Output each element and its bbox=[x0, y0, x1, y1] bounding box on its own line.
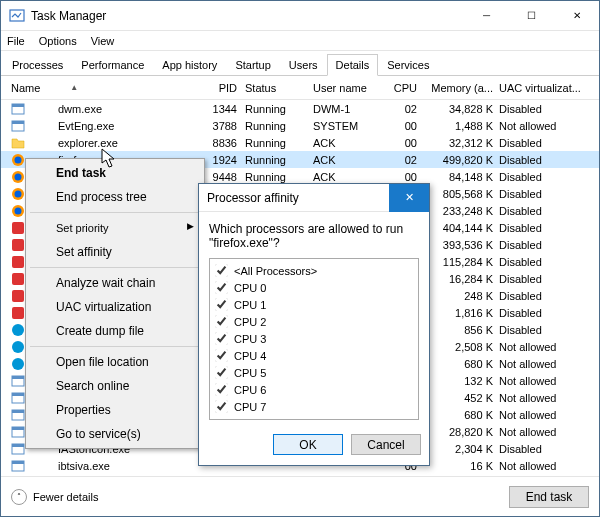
table-row[interactable]: explorer.exe8836RunningACK0032,312 KDisa… bbox=[1, 134, 599, 151]
process-icon bbox=[11, 221, 25, 235]
cell-memory: 2,304 K bbox=[423, 443, 499, 455]
checkbox-cpu4[interactable]: CPU 4 bbox=[213, 347, 415, 364]
ctx-end-tree[interactable]: End process tree bbox=[28, 185, 202, 209]
column-memory[interactable]: Memory (a... bbox=[423, 82, 499, 94]
table-row[interactable]: dwm.exe1344RunningDWM-10234,828 KDisable… bbox=[1, 100, 599, 117]
column-headers: Name▲ PID Status User name CPU Memory (a… bbox=[1, 76, 599, 100]
footer: ˄ Fewer details End task bbox=[1, 476, 599, 516]
fewer-details-toggle[interactable]: ˄ Fewer details bbox=[11, 489, 98, 505]
cpu-list: <All Processors> CPU 0 CPU 1 CPU 2 CPU 3… bbox=[209, 258, 419, 420]
ctx-search-online[interactable]: Search online bbox=[28, 374, 202, 398]
menu-options[interactable]: Options bbox=[39, 35, 77, 47]
process-icon bbox=[11, 289, 25, 303]
checkbox-all[interactable]: <All Processors> bbox=[213, 262, 415, 279]
checkbox-cpu3[interactable]: CPU 3 bbox=[213, 330, 415, 347]
tab-startup[interactable]: Startup bbox=[226, 54, 279, 75]
menubar: File Options View bbox=[1, 31, 599, 51]
svg-point-6 bbox=[15, 156, 22, 163]
dialog-titlebar[interactable]: Processor affinity ✕ bbox=[199, 184, 429, 212]
ctx-goto-services[interactable]: Go to service(s) bbox=[28, 422, 202, 446]
process-icon bbox=[11, 153, 25, 167]
separator bbox=[30, 346, 200, 347]
menu-file[interactable]: File bbox=[7, 35, 25, 47]
cell-uac: Disabled bbox=[499, 273, 591, 285]
cell-cpu: 02 bbox=[385, 103, 423, 115]
cell-memory: 32,312 K bbox=[423, 137, 499, 149]
tab-performance[interactable]: Performance bbox=[72, 54, 153, 75]
tab-services[interactable]: Services bbox=[378, 54, 438, 75]
ctx-analyze-wait[interactable]: Analyze wait chain bbox=[28, 271, 202, 295]
checkbox-cpu7[interactable]: CPU 7 bbox=[213, 398, 415, 415]
checkbox-cpu2[interactable]: CPU 2 bbox=[213, 313, 415, 330]
cell-name: dwm.exe bbox=[58, 103, 102, 115]
close-button[interactable]: ✕ bbox=[554, 1, 599, 31]
column-pid[interactable]: PID bbox=[195, 82, 245, 94]
end-task-button[interactable]: End task bbox=[509, 486, 589, 508]
svg-rect-13 bbox=[12, 222, 24, 234]
window-title: Task Manager bbox=[31, 9, 464, 23]
checkbox-cpu1[interactable]: CPU 1 bbox=[213, 296, 415, 313]
cell-memory: 34,828 K bbox=[423, 103, 499, 115]
checkbox-cpu5[interactable]: CPU 5 bbox=[213, 364, 415, 381]
svg-rect-29 bbox=[12, 427, 24, 430]
column-uac[interactable]: UAC virtualizat... bbox=[499, 82, 591, 94]
process-icon bbox=[11, 306, 25, 320]
cell-uac: Disabled bbox=[499, 154, 591, 166]
cell-name: ibtsiva.exe bbox=[58, 460, 110, 472]
sort-arrow-icon: ▲ bbox=[70, 83, 78, 92]
ctx-set-priority[interactable]: Set priority▶ bbox=[28, 216, 202, 240]
cell-status: Running bbox=[245, 154, 313, 166]
ctx-properties[interactable]: Properties bbox=[28, 398, 202, 422]
separator bbox=[30, 212, 200, 213]
cell-memory: 452 K bbox=[423, 392, 499, 404]
cell-memory: 680 K bbox=[423, 409, 499, 421]
cell-memory: 1,816 K bbox=[423, 307, 499, 319]
cell-memory: 404,144 K bbox=[423, 222, 499, 234]
cell-uac: Disabled bbox=[499, 443, 591, 455]
tab-details[interactable]: Details bbox=[327, 54, 379, 76]
titlebar: Task Manager ─ ☐ ✕ bbox=[1, 1, 599, 31]
checkbox-cpu0[interactable]: CPU 0 bbox=[213, 279, 415, 296]
cell-cpu: 00 bbox=[385, 171, 423, 183]
ctx-end-task[interactable]: End task bbox=[28, 161, 202, 185]
tab-processes[interactable]: Processes bbox=[3, 54, 72, 75]
context-menu: End task End process tree Set priority▶ … bbox=[25, 158, 205, 449]
ctx-set-affinity[interactable]: Set affinity bbox=[28, 240, 202, 264]
cell-uac: Disabled bbox=[499, 290, 591, 302]
dialog-close-button[interactable]: ✕ bbox=[389, 184, 429, 212]
cancel-button[interactable]: Cancel bbox=[351, 434, 421, 455]
cell-memory: 805,568 K bbox=[423, 188, 499, 200]
cell-uac: Disabled bbox=[499, 103, 591, 115]
svg-rect-33 bbox=[12, 461, 24, 464]
process-icon bbox=[11, 408, 25, 422]
cell-memory: 84,148 K bbox=[423, 171, 499, 183]
column-status[interactable]: Status bbox=[245, 82, 313, 94]
checkbox-cpu6[interactable]: CPU 6 bbox=[213, 381, 415, 398]
ctx-open-location[interactable]: Open file location bbox=[28, 350, 202, 374]
svg-rect-27 bbox=[12, 410, 24, 413]
dialog-message: Which processors are allowed to run "fir… bbox=[199, 212, 429, 256]
menu-view[interactable]: View bbox=[91, 35, 115, 47]
tab-users[interactable]: Users bbox=[280, 54, 327, 75]
ok-button[interactable]: OK bbox=[273, 434, 343, 455]
process-icon bbox=[11, 170, 25, 184]
ctx-uac-virt[interactable]: UAC virtualization bbox=[28, 295, 202, 319]
cell-user: ACK bbox=[313, 137, 385, 149]
maximize-button[interactable]: ☐ bbox=[509, 1, 554, 31]
ctx-create-dump[interactable]: Create dump file bbox=[28, 319, 202, 343]
table-row[interactable]: EvtEng.exe3788RunningSYSTEM001,488 KNot … bbox=[1, 117, 599, 134]
cell-memory: 233,248 K bbox=[423, 205, 499, 217]
tab-app-history[interactable]: App history bbox=[153, 54, 226, 75]
column-name[interactable]: Name▲ bbox=[5, 82, 195, 94]
cell-memory: 132 K bbox=[423, 375, 499, 387]
minimize-button[interactable]: ─ bbox=[464, 1, 509, 31]
cell-user: ACK bbox=[313, 154, 385, 166]
cell-memory: 393,536 K bbox=[423, 239, 499, 251]
process-icon bbox=[11, 255, 25, 269]
column-user[interactable]: User name bbox=[313, 82, 385, 94]
svg-rect-23 bbox=[12, 376, 24, 379]
column-cpu[interactable]: CPU bbox=[385, 82, 423, 94]
cell-uac: Disabled bbox=[499, 307, 591, 319]
svg-rect-31 bbox=[12, 444, 24, 447]
cell-uac: Disabled bbox=[499, 256, 591, 268]
